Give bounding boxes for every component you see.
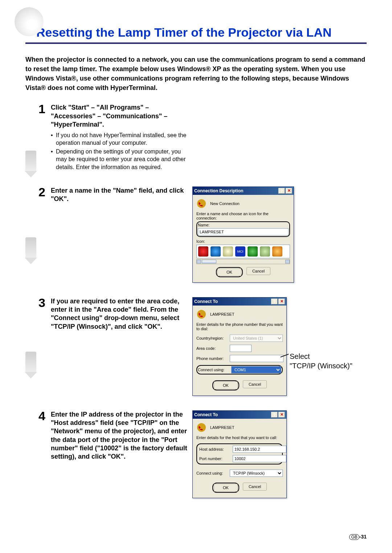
help-button[interactable]: ? <box>271 299 278 304</box>
dialog-title: Connect To <box>194 412 218 417</box>
dialog-subtitle: LAMPRESET <box>210 312 234 316</box>
port-number-input[interactable] <box>233 455 286 462</box>
region-badge: GB <box>349 534 359 540</box>
telephone-icon <box>196 309 207 319</box>
host-address-label: Host address: <box>199 447 230 451</box>
svg-point-2 <box>197 423 206 432</box>
title-underline <box>25 42 367 44</box>
ok-highlight: OK <box>212 380 239 390</box>
close-button[interactable]: ✕ <box>278 412 285 418</box>
svg-point-0 <box>197 199 206 208</box>
step-number: 2 <box>38 185 45 199</box>
connection-icon-6[interactable] <box>260 246 270 257</box>
connection-icon-mci[interactable]: MCI <box>235 246 245 257</box>
step-heading: Enter a name in the "Name" field, and cl… <box>51 187 192 204</box>
connection-icon-3[interactable] <box>223 246 233 257</box>
telephone-icon <box>196 422 207 433</box>
step-heading: Enter the IP address of the projector in… <box>51 410 192 461</box>
close-button[interactable]: ✕ <box>286 188 292 194</box>
dialog-subtitle: New Connection <box>210 201 240 206</box>
scroll-right[interactable] <box>285 260 290 263</box>
port-number-label: Port number: <box>199 456 230 461</box>
dialog-subtitle: LAMPRESET <box>210 425 234 430</box>
country-select[interactable]: United States (1) <box>230 335 283 342</box>
name-label: Name: <box>198 223 289 227</box>
connect-using-select[interactable]: COM1 <box>231 366 281 373</box>
country-label: Country/region: <box>196 336 228 340</box>
help-icon: ? <box>273 413 276 417</box>
dialog-instruction: Enter details for the phone number that … <box>196 322 283 331</box>
bullet-item: Depending on the settings of your comput… <box>51 148 192 171</box>
dialog-instruction: Enter details for the host that you want… <box>196 435 283 440</box>
connect-to-dialog-host: Connect To ? ✕ LAMPRESET Enter details f… <box>192 410 287 498</box>
step-4: 4 Enter the IP address of the projector … <box>25 410 367 498</box>
host-port-highlight: Host address: Port number: <box>196 443 283 464</box>
step-bullets: If you do not have HyperTerminal install… <box>51 131 192 171</box>
connect-using-select[interactable]: TCP/IP (Winsock) <box>230 470 283 477</box>
cancel-button[interactable]: Cancel <box>246 267 270 275</box>
page-footer: GB-31 <box>349 534 367 540</box>
step-number: 1 <box>38 102 45 116</box>
page-number: -31 <box>359 534 367 540</box>
connect-using-label: Connect using: <box>196 471 228 475</box>
ok-button[interactable]: OK <box>217 268 241 276</box>
annotation-callout: Select "TCP/IP (Winsock)" <box>290 352 352 370</box>
help-button[interactable]: ? <box>271 412 278 418</box>
cancel-button[interactable]: Cancel <box>243 380 267 388</box>
intro-paragraph: When the projector is connected to a net… <box>25 55 367 93</box>
telephone-icon <box>196 198 207 209</box>
ok-highlight: OK <box>216 267 243 277</box>
icon-scrollbar[interactable] <box>196 259 290 264</box>
step-number: 3 <box>38 296 45 310</box>
connection-icon-1[interactable] <box>198 246 208 257</box>
step-3: 3 If you are required to enter the area … <box>25 297 367 396</box>
step-heading: If you are required to enter the area co… <box>51 297 192 331</box>
annotation-line2: "TCP/IP (Winsock)" <box>290 361 352 370</box>
dialog-instruction: Enter a name and choose an icon for the … <box>196 212 290 220</box>
svg-point-1 <box>197 310 206 319</box>
close-icon: ✕ <box>287 188 291 193</box>
connection-icon-5[interactable] <box>248 246 258 257</box>
step-heading: Click "Start" – "All Programs" – "Access… <box>51 103 192 129</box>
annotation-line1: Select <box>290 352 352 361</box>
name-field-highlight: Name: <box>196 221 290 237</box>
icon-label: Icon: <box>196 239 290 243</box>
step-arrow <box>25 352 36 373</box>
close-icon: ✕ <box>280 299 283 304</box>
close-button[interactable]: ✕ <box>278 299 285 304</box>
connection-icon-2[interactable] <box>211 246 221 257</box>
step-2: 2 Enter a name in the "Name" field, and … <box>25 187 367 283</box>
step-1: 1 Click "Start" – "All Programs" – "Acce… <box>25 103 367 172</box>
dialog-title: Connection Description <box>194 188 243 193</box>
scroll-left[interactable] <box>197 260 201 263</box>
connect-using-highlight: Connect using: COM1 <box>196 365 283 374</box>
area-code-label: Area code: <box>196 346 228 351</box>
help-icon: ? <box>281 189 283 193</box>
connect-using-label: Connect using: <box>198 368 229 372</box>
page-title: Resetting the Lamp Timer of the Projecto… <box>36 25 367 40</box>
ok-button[interactable]: OK <box>214 484 238 492</box>
connection-icon-7[interactable] <box>272 246 282 257</box>
dialog-title: Connect To <box>194 299 218 304</box>
corner-decoration <box>15 7 44 36</box>
close-icon: ✕ <box>280 412 283 417</box>
help-icon: ? <box>273 299 276 304</box>
phone-input[interactable] <box>230 355 283 362</box>
step-arrow <box>25 237 36 259</box>
step-number: 4 <box>38 409 45 423</box>
name-input[interactable] <box>198 228 289 235</box>
host-address-input[interactable] <box>233 446 286 453</box>
area-code-input[interactable] <box>230 345 252 352</box>
icon-picker[interactable]: MCI <box>196 245 290 258</box>
connect-to-dialog-phone: Connect To ? ✕ LAMPRESET Enter details f… <box>192 297 287 396</box>
connection-description-dialog: Connection Description ? ✕ New Connectio… <box>192 187 294 283</box>
ok-button[interactable]: OK <box>214 381 238 389</box>
ok-highlight: OK <box>212 483 239 493</box>
scroll-thumb[interactable] <box>202 260 216 263</box>
phone-label: Phone number: <box>196 356 228 361</box>
cancel-button[interactable]: Cancel <box>243 483 267 491</box>
step-arrow <box>25 151 36 172</box>
help-button[interactable]: ? <box>278 188 285 194</box>
bullet-item: If you do not have HyperTerminal install… <box>51 131 192 147</box>
